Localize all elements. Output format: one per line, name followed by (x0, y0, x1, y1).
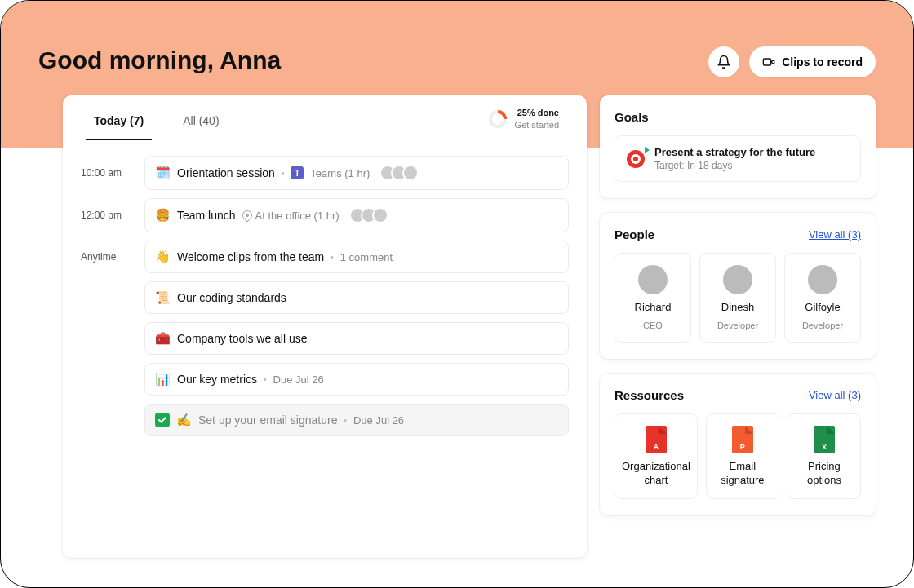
people-title: People (615, 228, 654, 241)
avatar (372, 207, 388, 223)
time-label: 10:00 am (81, 167, 144, 179)
person-name: Dinesh (721, 301, 754, 314)
person-tile[interactable]: Gilfoyle Developer (784, 253, 861, 343)
check-icon (158, 415, 167, 425)
tabs-row: Today (7) All (40) 25% done Get started (63, 95, 587, 143)
task-item-welcome-clips[interactable]: 👋 Welcome clips from the team • 1 commen… (144, 241, 569, 273)
people-card: People View all (3) Richard CEO Dinesh D… (600, 213, 876, 359)
chart-icon: 📊 (155, 372, 171, 387)
avatar (638, 265, 668, 294)
separator-dot: • (344, 416, 347, 425)
people-grid: Richard CEO Dinesh Developer Gilfoyle De… (615, 253, 861, 343)
goal-item[interactable]: Present a strategy for the future Target… (615, 135, 861, 182)
card-header: Goals (615, 110, 861, 124)
tab-all[interactable]: All (40) (175, 98, 227, 140)
header-actions: Clips to record (708, 46, 876, 77)
writing-icon: ✍️ (176, 413, 192, 427)
task-row: 10:00 am 🗓️ Orientation session • Teams … (81, 156, 569, 190)
page-title: Good morning, Anna (38, 46, 281, 74)
task-meta: Teams (1 hr) (310, 167, 370, 179)
clips-to-record-button[interactable]: Clips to record (749, 46, 876, 77)
bell-icon (717, 55, 731, 69)
person-name: Richard (635, 301, 672, 314)
clips-button-label: Clips to record (782, 55, 863, 69)
time-label: 12:00 pm (81, 210, 144, 221)
task-meta: 1 comment (340, 251, 393, 263)
task-row: ✍️ Set up your email signature • Due Jul… (81, 404, 569, 436)
goals-title: Goals (615, 110, 649, 124)
person-tile[interactable]: Richard CEO (615, 253, 691, 343)
progress-indicator[interactable]: 25% done Get started (489, 107, 564, 130)
progress-sub: Get started (515, 120, 559, 130)
tasks-panel: Today (7) All (40) 25% done Get started … (63, 95, 587, 558)
person-role: Developer (802, 321, 843, 330)
completed-checkbox[interactable] (155, 413, 170, 427)
scroll-icon: 📜 (155, 290, 171, 305)
task-row: 12:00 pm 🍔 Team lunch At the office (1 h… (81, 198, 569, 232)
person-role: CEO (643, 321, 663, 330)
toolbox-icon: 🧰 (155, 331, 171, 346)
attendee-avatars (379, 165, 419, 181)
avatar (723, 265, 752, 294)
task-item-email-signature[interactable]: ✍️ Set up your email signature • Due Jul… (144, 404, 569, 436)
goals-card: Goals Present a strategy for the future … (600, 95, 876, 198)
separator-dot: • (331, 253, 334, 262)
resources-title: Ressources (615, 388, 684, 402)
resource-tile[interactable]: X Pricing options (788, 413, 861, 499)
xls-file-icon: X (814, 426, 835, 453)
person-tile[interactable]: Dinesh Developer (699, 253, 776, 343)
avatar (402, 165, 419, 181)
tab-today[interactable]: Today (7) (86, 98, 152, 140)
resource-tile[interactable]: P Email signature (706, 413, 779, 499)
task-due: Due Jul 26 (353, 414, 404, 427)
task-item-key-metrics[interactable]: 📊 Our key metrics • Due Jul 26 (144, 363, 569, 396)
separator-dot: • (264, 375, 267, 384)
task-meta: At the office (1 hr) (242, 210, 339, 222)
goal-text: Present a strategy for the future Target… (654, 146, 815, 171)
progress-text: 25% done Get started (515, 107, 559, 130)
content-area: Today (7) All (40) 25% done Get started … (63, 95, 876, 558)
svg-rect-0 (764, 59, 771, 65)
resources-card: Ressources View all (3) A Organizational… (600, 374, 876, 515)
attendee-avatars (349, 207, 388, 223)
app-window: Good morning, Anna Clips to record Today… (0, 0, 914, 588)
resource-name: Organizational chart (622, 460, 690, 487)
task-item-orientation[interactable]: 🗓️ Orientation session • Teams (1 hr) (144, 156, 569, 190)
separator-dot: • (282, 169, 285, 178)
resources-view-all-link[interactable]: View all (3) (809, 389, 861, 401)
side-panels: Goals Present a strategy for the future … (600, 95, 876, 558)
task-due: Due Jul 26 (273, 374, 324, 386)
task-title: Our coding standards (177, 291, 286, 304)
person-name: Gilfoyle (805, 301, 840, 314)
progress-percent: 25% done (515, 107, 559, 118)
progress-ring-icon (489, 110, 507, 128)
task-title: Our key metrics (177, 373, 257, 386)
resource-name: Email signature (713, 460, 772, 487)
notifications-button[interactable] (708, 46, 739, 77)
card-header: People View all (3) (615, 228, 861, 241)
task-item-coding-standards[interactable]: 📜 Our coding standards (144, 281, 569, 314)
resource-tile[interactable]: A Organizational chart (615, 413, 698, 499)
resource-name: Pricing options (795, 460, 854, 487)
burger-icon: 🍔 (155, 208, 171, 223)
task-title: Orientation session (177, 166, 275, 179)
task-title: Team lunch (177, 209, 236, 222)
task-row: Anytime 👋 Welcome clips from the team • … (81, 241, 569, 273)
goal-item-sub: Target: In 18 days (654, 160, 815, 171)
task-title: Company tools we all use (177, 332, 308, 345)
avatar (808, 265, 837, 294)
goal-item-title: Present a strategy for the future (654, 146, 815, 158)
task-row: 🧰 Company tools we all use (81, 322, 569, 355)
task-item-lunch[interactable]: 🍔 Team lunch At the office (1 hr) (144, 198, 569, 232)
task-list: 10:00 am 🗓️ Orientation session • Teams … (63, 143, 587, 464)
task-title: Welcome clips from the team (177, 250, 324, 263)
time-label: Anytime (81, 251, 144, 263)
people-view-all-link[interactable]: View all (3) (809, 228, 861, 241)
ppt-file-icon: P (732, 426, 753, 453)
pdf-file-icon: A (646, 426, 667, 453)
task-item-company-tools[interactable]: 🧰 Company tools we all use (144, 322, 569, 355)
task-row: 📜 Our coding standards (81, 281, 569, 314)
person-role: Developer (717, 321, 758, 330)
card-header: Ressources View all (3) (615, 388, 861, 402)
location-pin-icon (240, 209, 254, 223)
